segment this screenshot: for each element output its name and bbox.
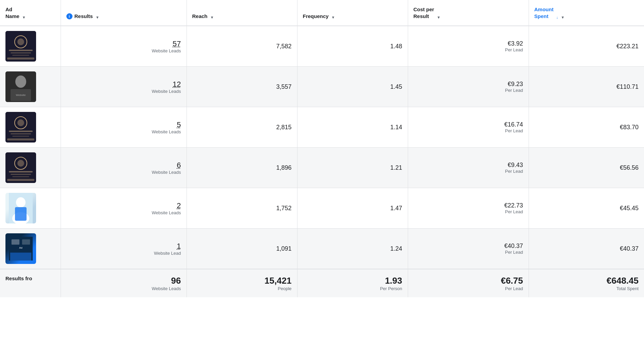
frequency-sort-icon[interactable]: ▼ <box>331 15 335 19</box>
svg-rect-33 <box>22 239 30 245</box>
svg-rect-5 <box>12 55 29 56</box>
cpr-label: Per Lead <box>414 250 523 255</box>
cpr-amount: €9.23 <box>414 81 523 88</box>
footer-frequency: 1.93 <box>303 275 402 286</box>
ad-thumbnail <box>5 31 36 62</box>
header-row: AdName ▼ i Results ▼ Reach ▼ <box>0 0 644 26</box>
cpr-label: Per Lead <box>414 169 523 174</box>
col-header-results[interactable]: i Results ▼ <box>61 0 187 26</box>
amount-cell: €83.70 <box>529 107 644 148</box>
svg-point-2 <box>17 38 24 45</box>
results-number: 12 <box>66 80 181 89</box>
adname-cell: Website <box>0 67 61 107</box>
svg-rect-30 <box>10 253 31 261</box>
results-cell: 1 Website Lead <box>61 229 187 269</box>
adname-cell: Ad <box>0 229 61 269</box>
svg-rect-21 <box>9 171 33 172</box>
svg-point-13 <box>17 119 24 126</box>
svg-text:Website: Website <box>16 94 26 97</box>
adname-sort-icon[interactable]: ▼ <box>22 15 26 19</box>
reach-sort-icon[interactable]: ▼ <box>210 15 214 19</box>
cpr-label: Per Lead <box>414 47 523 52</box>
results-cell: 6 Website Leads <box>61 148 187 188</box>
cpr-amount: €16.74 <box>414 121 523 128</box>
footer-amount-cell: €648.45 Total Spent <box>529 269 644 297</box>
svg-rect-23 <box>12 176 29 177</box>
ad-thumbnail: Ad <box>5 233 36 264</box>
svg-rect-16 <box>12 136 29 137</box>
svg-point-8 <box>15 76 26 88</box>
results-type: Website Leads <box>66 48 181 53</box>
footer-frequency-sublabel: Per Person <box>303 286 402 291</box>
results-number: 5 <box>66 120 181 129</box>
reach-cell: 3,557 <box>187 67 297 107</box>
footer-results-number: 96 <box>66 275 181 286</box>
person-svg: Ad <box>9 233 33 264</box>
cpr-amount: €9.43 <box>414 162 523 169</box>
adname-cell <box>0 107 61 148</box>
ad-svg <box>5 31 36 62</box>
ad-thumbnail: Website <box>5 71 36 102</box>
col-header-adname[interactable]: AdName ▼ <box>0 0 61 26</box>
col-header-amount[interactable]: AmountSpent ↓ ▼ <box>529 0 644 26</box>
svg-point-26 <box>16 197 26 207</box>
results-sort-icon[interactable]: ▼ <box>96 15 99 19</box>
footer-amount-sublabel: Total Spent <box>534 286 639 291</box>
frequency-cell: 1.21 <box>297 148 408 188</box>
svg-rect-22 <box>11 174 31 175</box>
frequency-label: Frequency <box>303 13 329 20</box>
ad-thumbnail <box>5 193 36 223</box>
amount-sort-icon[interactable]: ↓ <box>556 15 558 19</box>
ad-thumbnail <box>5 112 36 143</box>
cpr-amount: €22.73 <box>414 202 523 209</box>
col-header-reach[interactable]: Reach ▼ <box>187 0 297 26</box>
footer-cpr: €6.75 <box>414 275 523 286</box>
table-row: 2 Website Leads 1,7521.47 €22.73 Per Lea… <box>0 188 644 229</box>
reach-cell: 2,815 <box>187 107 297 148</box>
table-row: Website 12 Website Leads 3,5571.45 €9.23… <box>0 67 644 107</box>
table-row: 5 Website Leads 2,8151.14 €16.74 Per Lea… <box>0 107 644 148</box>
reach-cell: 1,752 <box>187 188 297 229</box>
svg-text:Ad: Ad <box>19 246 22 249</box>
results-label: Results <box>75 13 93 20</box>
footer-results-label: Website Leads <box>66 286 181 291</box>
results-info-icon[interactable]: i <box>66 13 73 19</box>
cpr-cell: €9.23 Per Lead <box>408 67 529 107</box>
footer-frequency-cell: 1.93 Per Person <box>297 269 408 297</box>
footer-cpr-sublabel: Per Lead <box>414 286 523 291</box>
cpr-cell: €3.92 Per Lead <box>408 26 529 67</box>
footer-adname-cell: Results fro <box>0 269 61 297</box>
results-cell: 5 Website Leads <box>61 107 187 148</box>
results-number: 6 <box>66 161 181 170</box>
amount-cell: €45.45 <box>529 188 644 229</box>
svg-rect-6 <box>7 57 34 60</box>
frequency-cell: 1.45 <box>297 67 408 107</box>
cpr-label: Cost perResult <box>414 6 434 19</box>
table-row: Ad 1 Website Lead 1,0911.24 €40.37 Per L… <box>0 229 644 269</box>
cpr-cell: €22.73 Per Lead <box>408 188 529 229</box>
svg-rect-32 <box>12 239 19 245</box>
svg-point-20 <box>17 160 24 167</box>
cpr-cell: €16.74 Per Lead <box>408 107 529 148</box>
footer-reach-cell: 15,421 People <box>187 269 297 297</box>
cpr-cell: €40.37 Per Lead <box>408 229 529 269</box>
cpr-sort-icon[interactable]: ▼ <box>437 15 440 19</box>
reach-cell: 1,896 <box>187 148 297 188</box>
results-type: Website Leads <box>66 129 181 134</box>
table-row: 57 Website Leads 7,5821.48 €3.92 Per Lea… <box>0 26 644 67</box>
amount-cell: €56.56 <box>529 148 644 188</box>
amount-cell: €40.37 <box>529 229 644 269</box>
svg-rect-14 <box>9 131 33 132</box>
amount-sort-icon-2[interactable]: ▼ <box>561 15 565 19</box>
results-type: Website Lead <box>66 251 181 256</box>
col-header-frequency[interactable]: Frequency ▼ <box>297 0 408 26</box>
svg-rect-24 <box>7 179 34 181</box>
ad-svg: Website <box>5 71 36 102</box>
footer-results-cell: 96 Website Leads <box>61 269 187 297</box>
col-header-cpr[interactable]: Cost perResult ▼ <box>408 0 529 26</box>
frequency-cell: 1.47 <box>297 188 408 229</box>
svg-rect-17 <box>7 138 34 140</box>
ads-table: AdName ▼ i Results ▼ Reach ▼ <box>0 0 644 297</box>
amount-cell: €223.21 <box>529 26 644 67</box>
cpr-label: Per Lead <box>414 209 523 214</box>
